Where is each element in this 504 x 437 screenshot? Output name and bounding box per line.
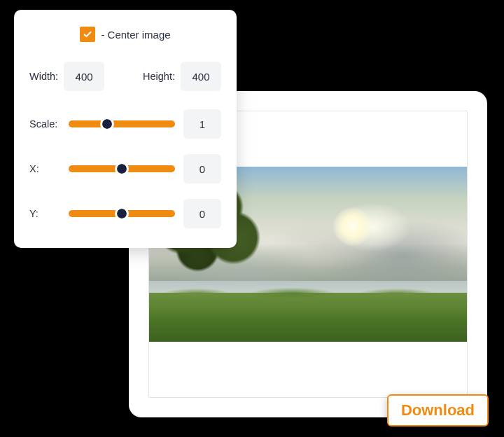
width-label: Width: — [29, 71, 58, 82]
x-row: X: 0 — [29, 154, 221, 183]
scale-value: 1 — [183, 109, 221, 139]
dimensions-row: Width: Height: — [29, 62, 221, 91]
scale-slider[interactable] — [69, 118, 175, 130]
y-row: Y: 0 — [29, 199, 221, 228]
scale-slider-thumb[interactable] — [102, 119, 112, 129]
center-image-row: - Center image — [29, 27, 221, 42]
scale-row: Scale: 1 — [29, 109, 221, 139]
controls-panel: - Center image Width: Height: Scale: 1 X… — [14, 10, 237, 248]
y-slider[interactable] — [69, 207, 175, 220]
x-value: 0 — [183, 154, 221, 183]
center-image-checkbox[interactable] — [80, 27, 95, 42]
y-slider-thumb[interactable] — [117, 209, 127, 218]
download-button[interactable]: Download — [387, 394, 489, 426]
height-input[interactable] — [181, 62, 221, 91]
x-label: X: — [29, 163, 60, 174]
scale-label: Scale: — [29, 118, 60, 130]
height-label: Height: — [143, 71, 175, 82]
width-input[interactable] — [64, 62, 104, 91]
x-slider-thumb[interactable] — [117, 164, 127, 174]
x-slider[interactable] — [69, 162, 175, 175]
check-icon — [83, 29, 92, 39]
y-label: Y: — [29, 208, 60, 219]
center-image-label: - Center image — [101, 29, 170, 41]
y-value: 0 — [183, 199, 221, 228]
